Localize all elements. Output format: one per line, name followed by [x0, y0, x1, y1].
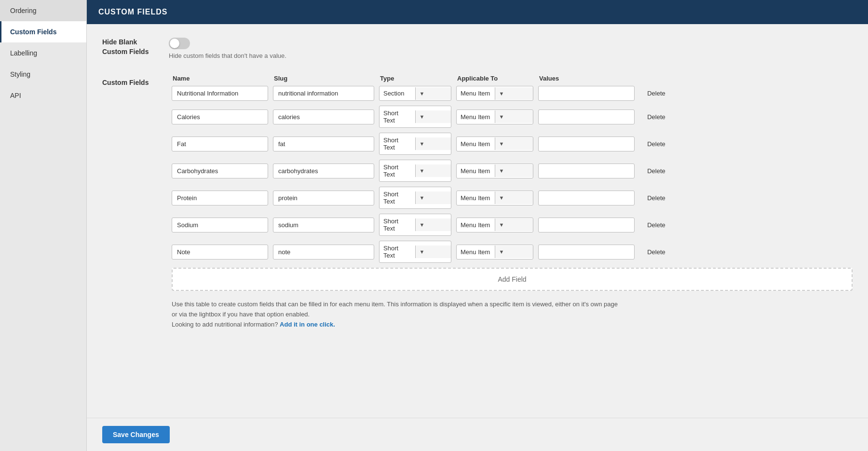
applicable-value-1: Menu Item	[457, 110, 495, 124]
type-value-3: Short Text	[380, 160, 415, 181]
table-row: Short Text ▼ Menu Item ▼ Delete	[172, 133, 853, 155]
name-input-5[interactable]	[172, 218, 268, 232]
fields-section: Custom Fields Name Slug Type Applicable …	[102, 75, 853, 341]
applicable-chevron-1[interactable]: ▼	[495, 110, 533, 123]
type-select-2[interactable]: Short Text ▼	[379, 133, 451, 155]
name-input-3[interactable]	[172, 164, 268, 178]
applicable-chevron-6[interactable]: ▼	[495, 246, 533, 258]
type-select-4[interactable]: Short Text ▼	[379, 187, 451, 209]
name-input-6[interactable]	[172, 245, 268, 260]
table-header: Name Slug Type Applicable To Values	[172, 75, 853, 82]
hide-blank-right: Hide custom fields that don't have a val…	[169, 38, 286, 59]
name-input-0[interactable]	[172, 86, 268, 101]
slug-input-3[interactable]	[273, 164, 374, 178]
sidebar-item-ordering[interactable]: Ordering	[0, 0, 86, 21]
sidebar-item-api[interactable]: API	[0, 85, 86, 106]
delete-button-2[interactable]: Delete	[639, 138, 673, 150]
type-chevron-1[interactable]: ▼	[415, 110, 451, 123]
slug-input-0[interactable]	[273, 86, 374, 101]
values-input-3[interactable]	[538, 164, 635, 178]
hide-blank-description: Hide custom fields that don't have a val…	[169, 52, 286, 59]
sidebar-item-labelling[interactable]: Labelling	[0, 42, 86, 64]
col-actions	[640, 75, 674, 82]
type-chevron-0[interactable]: ▼	[415, 87, 451, 100]
applicable-value-6: Menu Item	[457, 245, 495, 259]
applicable-value-2: Menu Item	[457, 137, 495, 151]
values-input-1[interactable]	[538, 109, 635, 124]
save-button-label: Save Changes	[113, 431, 159, 438]
fields-table: Name Slug Type Applicable To Values Sect…	[172, 75, 853, 341]
values-input-6[interactable]	[538, 245, 635, 260]
toggle-knob	[170, 39, 179, 48]
applicable-value-3: Menu Item	[457, 164, 495, 178]
sidebar-item-label: Ordering	[10, 7, 36, 14]
table-row: Short Text ▼ Menu Item ▼ Delete	[172, 160, 853, 182]
hide-blank-label: Hide Blank Custom Fields	[102, 38, 160, 56]
delete-button-6[interactable]: Delete	[639, 246, 673, 258]
footer-line2: or via the lightbox if you have that opt…	[172, 311, 310, 318]
applicable-chevron-3[interactable]: ▼	[495, 164, 533, 177]
applicable-select-3[interactable]: Menu Item ▼	[456, 164, 533, 178]
delete-button-4[interactable]: Delete	[639, 192, 673, 204]
type-select-1[interactable]: Short Text ▼	[379, 106, 451, 128]
delete-button-5[interactable]: Delete	[639, 219, 673, 231]
sidebar-item-label: API	[10, 92, 21, 99]
type-select-3[interactable]: Short Text ▼	[379, 160, 451, 182]
applicable-select-1[interactable]: Menu Item ▼	[456, 109, 533, 124]
values-input-0[interactable]	[538, 86, 635, 101]
table-row: Short Text ▼ Menu Item ▼ Delete	[172, 187, 853, 209]
type-value-5: Short Text	[380, 214, 415, 235]
values-input-4[interactable]	[538, 191, 635, 205]
sidebar: Ordering Custom Fields Labelling Styling…	[0, 0, 87, 451]
values-input-5[interactable]	[538, 218, 635, 232]
content-area: Hide Blank Custom Fields Hide custom fie…	[87, 24, 868, 418]
add-field-button[interactable]: Add Field	[172, 268, 853, 291]
slug-input-1[interactable]	[273, 109, 374, 124]
name-input-2[interactable]	[172, 137, 268, 151]
type-chevron-3[interactable]: ▼	[415, 164, 451, 177]
hide-blank-toggle[interactable]	[169, 38, 190, 49]
applicable-select-6[interactable]: Menu Item ▼	[456, 245, 533, 260]
type-select-6[interactable]: Short Text ▼	[379, 241, 451, 263]
save-button[interactable]: Save Changes	[102, 426, 170, 443]
slug-input-4[interactable]	[273, 191, 374, 205]
applicable-chevron-4[interactable]: ▼	[495, 191, 533, 204]
type-chevron-5[interactable]: ▼	[415, 219, 451, 231]
applicable-select-5[interactable]: Menu Item ▼	[456, 218, 533, 232]
add-field-label: Add Field	[498, 275, 526, 283]
applicable-chevron-0[interactable]: ▼	[495, 87, 533, 100]
applicable-select-2[interactable]: Menu Item ▼	[456, 137, 533, 151]
sidebar-item-label: Styling	[10, 70, 30, 78]
type-chevron-4[interactable]: ▼	[415, 191, 451, 204]
slug-input-2[interactable]	[273, 137, 374, 151]
table-row: Short Text ▼ Menu Item ▼ Delete	[172, 241, 853, 263]
type-chevron-2[interactable]: ▼	[415, 137, 451, 150]
delete-button-3[interactable]: Delete	[639, 165, 673, 177]
applicable-chevron-2[interactable]: ▼	[495, 137, 533, 150]
type-value-6: Short Text	[380, 241, 415, 262]
applicable-value-0: Menu Item	[457, 86, 495, 100]
type-value-4: Short Text	[380, 187, 415, 208]
name-input-1[interactable]	[172, 109, 268, 124]
slug-input-6[interactable]	[273, 245, 374, 260]
type-select-5[interactable]: Short Text ▼	[379, 214, 451, 236]
col-type: Type	[380, 75, 452, 82]
applicable-chevron-5[interactable]: ▼	[495, 219, 533, 231]
sidebar-item-custom-fields[interactable]: Custom Fields	[0, 21, 86, 42]
applicable-select-4[interactable]: Menu Item ▼	[456, 191, 533, 205]
delete-button-0[interactable]: Delete	[639, 88, 673, 99]
type-select-0[interactable]: Section ▼	[379, 86, 451, 101]
nutritional-info-link-text: Add it in one click.	[280, 321, 335, 328]
nutritional-info-link[interactable]: Add it in one click.	[280, 321, 335, 328]
applicable-select-0[interactable]: Menu Item ▼	[456, 86, 533, 101]
col-values: Values	[539, 75, 636, 82]
values-input-2[interactable]	[538, 137, 635, 151]
delete-button-1[interactable]: Delete	[639, 111, 673, 123]
applicable-value-5: Menu Item	[457, 218, 495, 232]
type-chevron-6[interactable]: ▼	[415, 246, 451, 258]
footer-line1: Use this table to create custom fields t…	[172, 301, 618, 308]
name-input-4[interactable]	[172, 191, 268, 205]
sidebar-item-styling[interactable]: Styling	[0, 64, 86, 85]
table-row: Section ▼ Menu Item ▼ Delete	[172, 86, 853, 101]
slug-input-5[interactable]	[273, 218, 374, 232]
